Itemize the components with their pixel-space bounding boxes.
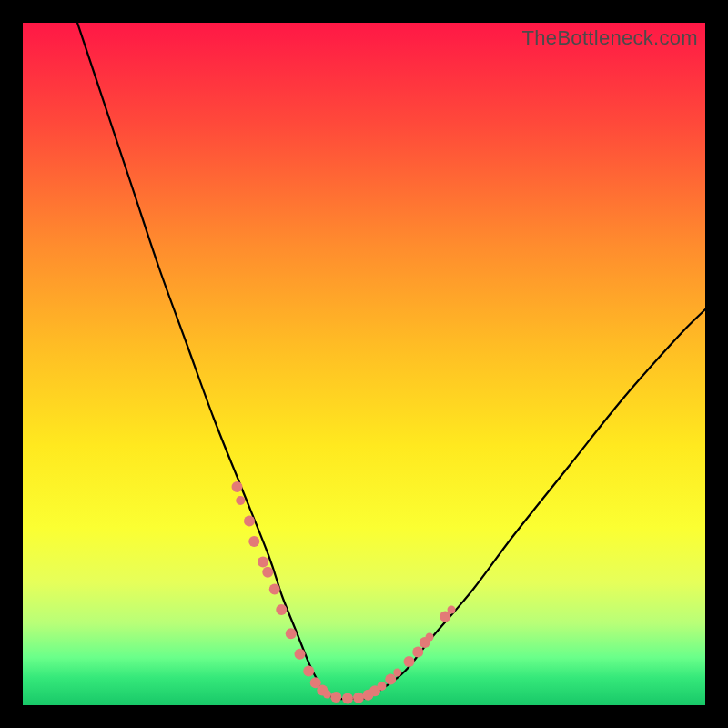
curve-marker [330, 692, 341, 703]
curve-marker [342, 693, 353, 704]
curve-marker [420, 637, 430, 648]
curve-marker [404, 656, 415, 667]
curve-marker [385, 674, 396, 685]
curve-marker [448, 606, 456, 614]
curve-marker [310, 677, 321, 688]
curve-marker [236, 496, 245, 505]
curve-marker [317, 685, 328, 696]
curve-marker [269, 584, 280, 595]
curve-marker [303, 666, 314, 677]
curve-marker [232, 481, 243, 492]
curve-marker [244, 516, 255, 527]
curve-marker [276, 604, 287, 615]
curve-marker [262, 567, 273, 578]
curve-marker [295, 649, 306, 660]
curve-markers [232, 481, 456, 704]
bottleneck-curve-chart [23, 23, 705, 705]
watermark-text: TheBottleneck.com [522, 26, 698, 50]
curve-marker [440, 612, 450, 622]
curve-marker [369, 685, 380, 696]
curve-marker [286, 628, 297, 639]
curve-marker [378, 682, 387, 691]
curve-marker [393, 669, 401, 677]
curve-marker [363, 690, 374, 701]
curve-marker [258, 557, 268, 568]
curve-marker [412, 647, 423, 658]
curve-line [77, 23, 705, 699]
curve-marker [323, 691, 331, 699]
curve-marker [426, 633, 434, 642]
curve-marker [248, 536, 259, 547]
curve-marker [353, 693, 364, 703]
chart-frame: TheBottleneck.com [23, 23, 705, 705]
